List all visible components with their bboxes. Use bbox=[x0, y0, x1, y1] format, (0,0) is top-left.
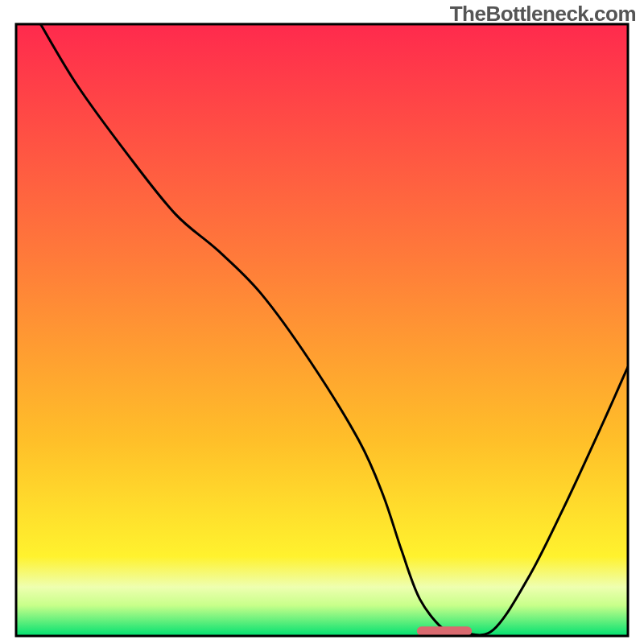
bottleneck-chart bbox=[0, 0, 644, 644]
gradient-background bbox=[16, 24, 628, 636]
optimal-range-pill bbox=[417, 626, 472, 635]
watermark-text: TheBottleneck.com bbox=[450, 2, 636, 27]
chart-container: TheBottleneck.com bbox=[0, 0, 644, 644]
